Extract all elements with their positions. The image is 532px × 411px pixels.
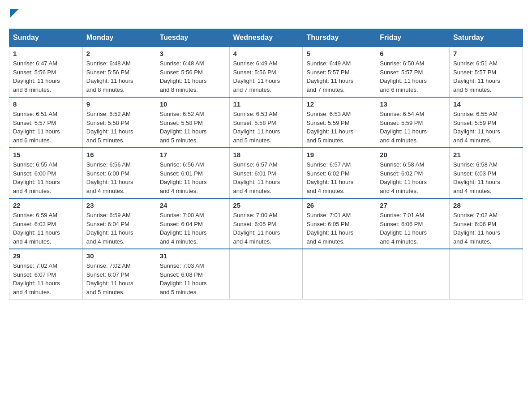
day-info: Sunrise: 7:02 AMSunset: 6:07 PMDaylight:… [13, 261, 79, 296]
day-info: Sunrise: 6:57 AMSunset: 6:02 PMDaylight:… [306, 160, 372, 195]
day-number: 22 [13, 201, 79, 209]
logo [9, 9, 19, 20]
day-cell-31: 31Sunrise: 7:03 AMSunset: 6:08 PMDayligh… [156, 249, 229, 300]
day-cell-6: 6Sunrise: 6:50 AMSunset: 5:57 PMDaylight… [376, 47, 450, 97]
day-header-saturday: Saturday [450, 29, 523, 47]
day-cell-7: 7Sunrise: 6:51 AMSunset: 5:57 PMDaylight… [450, 47, 523, 97]
day-info: Sunrise: 6:48 AMSunset: 5:56 PMDaylight:… [86, 59, 152, 94]
day-cell-5: 5Sunrise: 6:49 AMSunset: 5:57 PMDaylight… [303, 47, 376, 97]
day-header-thursday: Thursday [303, 29, 376, 47]
empty-cell [303, 249, 376, 300]
day-number: 15 [13, 151, 79, 158]
day-number: 25 [233, 201, 299, 209]
day-number: 16 [86, 151, 152, 158]
day-cell-12: 12Sunrise: 6:53 AMSunset: 5:59 PMDayligh… [303, 97, 376, 148]
day-number: 18 [233, 151, 299, 158]
day-number: 1 [13, 50, 79, 57]
day-cell-20: 20Sunrise: 6:58 AMSunset: 6:02 PMDayligh… [376, 148, 450, 198]
day-number: 29 [13, 252, 79, 260]
day-info: Sunrise: 6:49 AMSunset: 5:57 PMDaylight:… [306, 59, 372, 94]
day-cell-29: 29Sunrise: 7:02 AMSunset: 6:07 PMDayligh… [9, 249, 83, 300]
day-info: Sunrise: 6:59 AMSunset: 6:03 PMDaylight:… [13, 211, 79, 246]
day-cell-18: 18Sunrise: 6:57 AMSunset: 6:01 PMDayligh… [229, 148, 303, 198]
day-cell-19: 19Sunrise: 6:57 AMSunset: 6:02 PMDayligh… [303, 148, 376, 198]
week-row-2: 8Sunrise: 6:51 AMSunset: 5:57 PMDaylight… [9, 97, 523, 148]
day-cell-16: 16Sunrise: 6:56 AMSunset: 6:00 PMDayligh… [82, 148, 156, 198]
day-number: 24 [160, 201, 226, 209]
empty-cell [450, 249, 523, 300]
day-number: 8 [13, 100, 79, 108]
day-cell-30: 30Sunrise: 7:02 AMSunset: 6:07 PMDayligh… [82, 249, 156, 300]
day-cell-27: 27Sunrise: 7:01 AMSunset: 6:06 PMDayligh… [376, 198, 450, 249]
day-cell-23: 23Sunrise: 6:59 AMSunset: 6:04 PMDayligh… [82, 198, 156, 249]
day-cell-15: 15Sunrise: 6:55 AMSunset: 6:00 PMDayligh… [9, 148, 83, 198]
calendar-table: SundayMondayTuesdayWednesdayThursdayFrid… [9, 29, 523, 300]
day-info: Sunrise: 6:59 AMSunset: 6:04 PMDaylight:… [86, 211, 152, 246]
day-cell-24: 24Sunrise: 7:00 AMSunset: 6:04 PMDayligh… [156, 198, 229, 249]
day-cell-13: 13Sunrise: 6:54 AMSunset: 5:59 PMDayligh… [376, 97, 450, 148]
day-number: 30 [86, 252, 152, 260]
empty-cell [376, 249, 450, 300]
day-info: Sunrise: 7:01 AMSunset: 6:06 PMDaylight:… [380, 211, 446, 246]
day-number: 26 [306, 201, 372, 209]
header-row: SundayMondayTuesdayWednesdayThursdayFrid… [9, 29, 523, 47]
day-info: Sunrise: 6:56 AMSunset: 6:00 PMDaylight:… [86, 160, 152, 195]
day-info: Sunrise: 6:55 AMSunset: 6:00 PMDaylight:… [13, 160, 79, 195]
day-info: Sunrise: 6:54 AMSunset: 5:59 PMDaylight:… [380, 110, 446, 145]
day-cell-28: 28Sunrise: 7:02 AMSunset: 6:06 PMDayligh… [450, 198, 523, 249]
day-cell-3: 3Sunrise: 6:48 AMSunset: 5:56 PMDaylight… [156, 47, 229, 97]
day-cell-2: 2Sunrise: 6:48 AMSunset: 5:56 PMDaylight… [82, 47, 156, 97]
day-number: 17 [160, 151, 226, 158]
day-cell-21: 21Sunrise: 6:58 AMSunset: 6:03 PMDayligh… [450, 148, 523, 198]
day-cell-8: 8Sunrise: 6:51 AMSunset: 5:57 PMDaylight… [9, 97, 83, 148]
day-number: 14 [453, 100, 519, 108]
day-info: Sunrise: 6:58 AMSunset: 6:02 PMDaylight:… [380, 160, 446, 195]
day-info: Sunrise: 6:50 AMSunset: 5:57 PMDaylight:… [380, 59, 446, 94]
day-cell-25: 25Sunrise: 7:00 AMSunset: 6:05 PMDayligh… [229, 198, 303, 249]
day-info: Sunrise: 6:57 AMSunset: 6:01 PMDaylight:… [233, 160, 299, 195]
calendar-header: SundayMondayTuesdayWednesdayThursdayFrid… [9, 29, 523, 47]
day-cell-11: 11Sunrise: 6:53 AMSunset: 5:58 PMDayligh… [229, 97, 303, 148]
week-row-4: 22Sunrise: 6:59 AMSunset: 6:03 PMDayligh… [9, 198, 523, 249]
day-info: Sunrise: 7:01 AMSunset: 6:05 PMDaylight:… [306, 211, 372, 246]
day-number: 23 [86, 201, 152, 209]
day-number: 2 [86, 50, 152, 57]
day-number: 20 [380, 151, 446, 158]
day-info: Sunrise: 6:53 AMSunset: 5:59 PMDaylight:… [306, 110, 372, 145]
day-number: 10 [160, 100, 226, 108]
day-number: 19 [306, 151, 372, 158]
day-cell-22: 22Sunrise: 6:59 AMSunset: 6:03 PMDayligh… [9, 198, 83, 249]
empty-cell [229, 249, 303, 300]
day-number: 6 [380, 50, 446, 57]
day-number: 21 [453, 151, 519, 158]
page-header [9, 9, 523, 20]
day-cell-1: 1Sunrise: 6:47 AMSunset: 5:56 PMDaylight… [9, 47, 83, 97]
day-header-tuesday: Tuesday [156, 29, 229, 47]
day-number: 9 [86, 100, 152, 108]
day-cell-10: 10Sunrise: 6:52 AMSunset: 5:58 PMDayligh… [156, 97, 229, 148]
day-info: Sunrise: 6:49 AMSunset: 5:56 PMDaylight:… [233, 59, 299, 94]
day-header-wednesday: Wednesday [229, 29, 303, 47]
day-cell-17: 17Sunrise: 6:56 AMSunset: 6:01 PMDayligh… [156, 148, 229, 198]
day-info: Sunrise: 6:52 AMSunset: 5:58 PMDaylight:… [160, 110, 226, 145]
week-row-5: 29Sunrise: 7:02 AMSunset: 6:07 PMDayligh… [9, 249, 523, 300]
day-info: Sunrise: 6:48 AMSunset: 5:56 PMDaylight:… [160, 59, 226, 94]
day-number: 11 [233, 100, 299, 108]
day-number: 27 [380, 201, 446, 209]
day-info: Sunrise: 6:52 AMSunset: 5:58 PMDaylight:… [86, 110, 152, 145]
day-cell-26: 26Sunrise: 7:01 AMSunset: 6:05 PMDayligh… [303, 198, 376, 249]
day-header-monday: Monday [82, 29, 156, 47]
day-header-friday: Friday [376, 29, 450, 47]
day-number: 5 [306, 50, 372, 57]
day-number: 31 [160, 252, 226, 260]
day-info: Sunrise: 7:00 AMSunset: 6:05 PMDaylight:… [233, 211, 299, 246]
day-header-sunday: Sunday [9, 29, 83, 47]
day-info: Sunrise: 7:00 AMSunset: 6:04 PMDaylight:… [160, 211, 226, 246]
day-info: Sunrise: 7:03 AMSunset: 6:08 PMDaylight:… [160, 261, 226, 296]
day-number: 3 [160, 50, 226, 57]
svg-marker-0 [10, 9, 19, 18]
day-number: 7 [453, 50, 519, 57]
day-number: 12 [306, 100, 372, 108]
day-info: Sunrise: 6:51 AMSunset: 5:57 PMDaylight:… [453, 59, 519, 94]
day-info: Sunrise: 6:55 AMSunset: 5:59 PMDaylight:… [453, 110, 519, 145]
